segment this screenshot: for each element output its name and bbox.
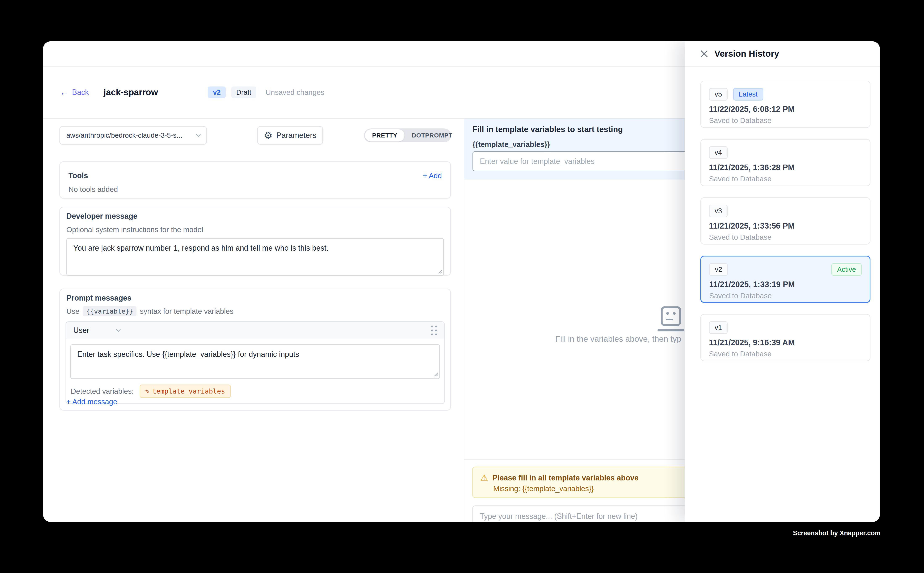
version-history-drawer: Version History v5 Latest 11/22/2025, 6:… (685, 41, 880, 522)
prompt-messages-card: Prompt messages Use {{variable}} syntax … (60, 289, 451, 410)
detected-variables-row: Detected variables: ✎ template_variables (66, 379, 444, 403)
pencil-icon: ✎ (145, 387, 149, 395)
prompt-message-input[interactable]: Enter task specifics. Use {{template_var… (71, 344, 440, 379)
version-timestamp: 11/22/2025, 6:08:12 PM (709, 105, 862, 114)
version-number-badge: v3 (709, 205, 728, 217)
watermark-text: Screenshot by Xnapper.com (793, 529, 880, 537)
variable-syntax-chip: {{variable}} (83, 306, 136, 316)
parameters-button[interactable]: ⚙ Parameters (257, 126, 323, 145)
toggle-option-pretty[interactable]: PRETTY (365, 129, 405, 141)
detected-variables-label: Detected variables: (71, 387, 134, 395)
prompt-message-block: User Enter task specifics. Use {{templat… (66, 321, 445, 404)
bot-face-icon (653, 306, 689, 335)
model-selector[interactable]: aws/anthropic/bedrock-claude-3-5-s... (60, 126, 207, 145)
developer-message-subtitle: Optional system instructions for the mod… (66, 225, 444, 234)
app-window: ← Back jack-sparrow v2 Draft Unsaved cha… (43, 41, 880, 522)
version-history-header: Version History (685, 41, 880, 67)
version-status: Saved to Database (709, 233, 862, 241)
version-number-badge: v4 (709, 146, 728, 159)
tools-title: Tools (69, 171, 88, 180)
version-timestamp: 11/21/2025, 1:36:28 PM (709, 163, 862, 172)
role-dropdown[interactable]: User (73, 326, 120, 335)
tools-empty-text: No tools added (69, 185, 442, 194)
warning-triangle-icon: ⚠ (480, 473, 488, 482)
version-number-badge: v1 (709, 321, 728, 334)
gear-icon: ⚙ (264, 130, 272, 140)
resize-handle-icon[interactable] (437, 268, 442, 274)
version-card-v2-active[interactable]: v2 Active 11/21/2025, 1:33:19 PM Saved t… (700, 256, 871, 303)
add-message-button[interactable]: + Add message (66, 398, 117, 406)
version-timestamp: 11/21/2025, 1:33:19 PM (709, 280, 862, 289)
active-badge: Active (831, 263, 862, 276)
parameters-label: Parameters (276, 131, 317, 140)
warning-title: Please fill in all template variables ab… (493, 473, 638, 482)
page-title: jack-sparrow (104, 87, 158, 97)
version-status: Saved to Database (709, 116, 862, 125)
detected-variable-name: template_variables (152, 387, 225, 395)
drag-handle-icon[interactable] (431, 326, 437, 335)
version-card-v3[interactable]: v3 11/21/2025, 1:33:56 PM Saved to Datab… (700, 197, 871, 244)
template-syntax-hint: Use {{variable}} syntax for template var… (66, 306, 445, 316)
version-status: Saved to Database (709, 291, 862, 300)
version-badge: v2 (208, 86, 226, 98)
message-role-header: User (66, 322, 444, 339)
developer-message-card: Developer message Optional system instru… (60, 207, 451, 276)
developer-message-title: Developer message (66, 212, 444, 221)
developer-message-input[interactable]: You are jack sparrow number 1, respond a… (66, 238, 444, 276)
version-timestamp: 11/21/2025, 9:16:39 AM (709, 338, 862, 347)
version-timestamp: 11/21/2025, 1:33:56 PM (709, 221, 862, 230)
add-tool-button[interactable]: + Add (423, 171, 442, 180)
version-card-v1[interactable]: v1 11/21/2025, 9:16:39 AM Saved to Datab… (700, 314, 871, 361)
latest-badge: Latest (733, 88, 763, 100)
version-history-title: Version History (714, 49, 779, 59)
hint-suffix: syntax for template variables (140, 307, 233, 315)
role-value: User (73, 326, 89, 335)
close-icon[interactable] (699, 49, 709, 59)
status-badge: Draft (231, 86, 256, 98)
back-button[interactable]: ← Back (60, 88, 89, 97)
version-status: Saved to Database (709, 175, 862, 183)
toggle-option-dotprompt[interactable]: DOTPROMPT (405, 129, 460, 141)
view-mode-toggle[interactable]: PRETTY DOTPROMPT (364, 128, 451, 142)
version-number-badge: v2 (709, 263, 728, 276)
model-selector-value: aws/anthropic/bedrock-claude-3-5-s... (66, 132, 182, 139)
version-card-v5[interactable]: v5 Latest 11/22/2025, 6:08:12 PM Saved t… (700, 81, 871, 128)
back-label: Back (72, 88, 89, 97)
hint-prefix: Use (66, 307, 79, 315)
unsaved-changes-text: Unsaved changes (265, 88, 324, 97)
chat-empty-state-text: Fill in the variables above, then typ (555, 334, 681, 344)
detected-variable-chip[interactable]: ✎ template_variables (140, 385, 231, 398)
version-status: Saved to Database (709, 350, 862, 358)
chevron-down-icon (116, 327, 121, 332)
resize-handle-icon[interactable] (433, 371, 438, 377)
back-arrow-icon: ← (60, 88, 69, 97)
tools-card: Tools + Add No tools added (60, 161, 451, 199)
version-number-badge: v5 (709, 88, 728, 100)
chevron-down-icon (196, 132, 201, 137)
prompt-messages-title: Prompt messages (66, 294, 445, 302)
version-card-v4[interactable]: v4 11/21/2025, 1:36:28 PM Saved to Datab… (700, 139, 871, 186)
